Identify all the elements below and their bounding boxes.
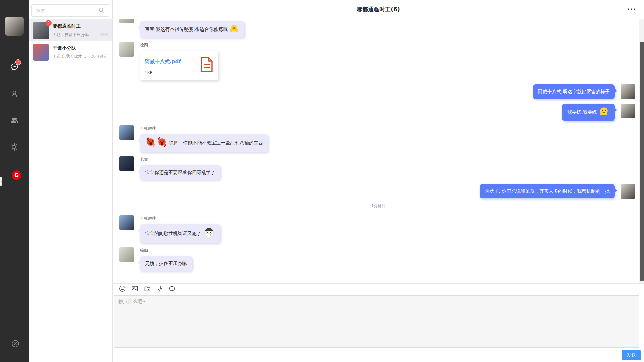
image-icon — [131, 285, 139, 294]
send-button[interactable]: 发送 — [622, 350, 641, 360]
chat-app-window: 2 G › 2 哪都通临时工 无妨，技多不压身嘛 刚刚 — [0, 0, 644, 362]
sidebar-item-contacts[interactable] — [0, 81, 29, 108]
message-row: 老孟宝宝你还是不要跟着你四哥乱学了 — [113, 156, 644, 180]
message-bubble[interactable]: 宝宝 我这有本祖传秘笈,很适合你修炼哦 — [140, 21, 244, 38]
settings-icon — [10, 143, 19, 153]
chat-main: 哪都通临时工(6) 宝宝 我这有本祖传秘笈,很适合你修炼哦 徐四 阿威十八式.p… — [113, 0, 644, 362]
sidebar-item-groups[interactable] — [0, 108, 29, 134]
message-input[interactable] — [114, 296, 639, 347]
message-list: 宝宝 我这有本祖传秘笈,很适合你修炼哦 徐四 阿威十八式.pdf 1KB 阿威十… — [113, 19, 644, 283]
conversation-list: 2 哪都通临时工 无妨，技多不压身嘛 刚刚 干饭小分队 王道长,我看你才… 26… — [29, 19, 112, 63]
message-text: 宝宝的间歇性机智证又犯了 — [145, 231, 203, 236]
message-bubble[interactable]: 为啥子..你们总说我呆瓜，其实大多的时候，我都机制的一批 — [480, 184, 615, 198]
chat-info: 哪都通临时工 无妨，技多不压身嘛 刚刚 — [53, 23, 108, 38]
message-avatar[interactable] — [621, 184, 635, 199]
folder-icon-button[interactable] — [143, 285, 152, 294]
emoji-enraged-face — [146, 137, 156, 149]
message-body: 宝宝 我这有本祖传秘笈,很适合你修炼哦 — [140, 21, 244, 38]
sidebar-item-settings[interactable] — [0, 134, 29, 161]
message-avatar[interactable] — [119, 215, 134, 230]
chat-history-icon-button[interactable] — [168, 285, 176, 294]
sender-name: 徐四 — [140, 42, 148, 48]
message-text: 宝宝 我这有本祖传秘笈,很适合你修炼哦 — [145, 26, 229, 32]
message-bubble[interactable]: 宝宝你还是不要跟着你四哥乱学了 — [140, 165, 220, 180]
ellipsis-icon — [634, 9, 635, 10]
chat-avatar — [33, 44, 49, 61]
last-message: 无妨，技多不压身嘛 — [53, 32, 98, 38]
message-body: 阿威十八式,听名字就好厉害的样子 — [533, 84, 615, 99]
user-avatar[interactable] — [5, 17, 24, 36]
emoji-icon — [119, 285, 126, 294]
message-input-box — [114, 295, 639, 348]
message-body: 不摇碧莲宝宝的间歇性机智证又犯了 — [140, 215, 220, 243]
chat-info: 干饭小分队 王道长,我看你才… 26分钟前 — [53, 45, 108, 59]
image-icon-button[interactable] — [130, 285, 139, 294]
file-name[interactable]: 阿威十八式.pdf — [145, 59, 197, 65]
folder-icon — [144, 285, 151, 294]
chat-list-item[interactable]: 干饭小分队 王道长,我看你才… 26分钟前 — [29, 41, 112, 63]
message-bubble[interactable]: 宝宝的间歇性机智证又犯了 — [140, 224, 220, 243]
emoji-melting-face — [599, 106, 609, 118]
scrollbar-thumb[interactable] — [640, 42, 644, 281]
circle-x-icon — [11, 343, 20, 349]
message-avatar[interactable] — [119, 156, 134, 171]
file-attachment-card[interactable]: 阿威十八式.pdf 1KB — [140, 51, 218, 80]
chat-list-item[interactable]: 2 哪都通临时工 无妨，技多不压身嘛 刚刚 — [29, 19, 112, 41]
sidebar-nav: 2 — [0, 54, 29, 161]
message-row: 阿威十八式,听名字就好厉害的样子 — [113, 84, 644, 99]
file-meta: 阿威十八式.pdf 1KB — [145, 57, 197, 75]
message-avatar[interactable] — [119, 125, 134, 140]
emoji-enraged-face — [157, 137, 167, 149]
voice-icon — [156, 285, 163, 294]
logout-button[interactable] — [11, 339, 20, 348]
search-input[interactable] — [32, 5, 93, 16]
chat-name: 干饭小分队 — [53, 45, 108, 51]
message-avatar[interactable] — [621, 84, 635, 99]
message-bubble[interactable]: 阿威十八式,听名字就好厉害的样子 — [533, 84, 615, 99]
conversation-list-panel: 2 哪都通临时工 无妨，技多不压身嘛 刚刚 干饭小分队 王道长,我看你才… 26… — [29, 0, 113, 362]
message-row: 不摇碧莲宝宝的间歇性机智证又犯了 — [113, 215, 644, 243]
more-menu-button[interactable] — [627, 7, 636, 12]
message-avatar[interactable] — [621, 104, 635, 118]
voice-icon-button[interactable] — [155, 285, 164, 294]
chat-name: 哪都通临时工 — [53, 23, 108, 29]
chat-history-icon — [168, 285, 176, 294]
sender-name: 不摇碧莲 — [140, 216, 156, 221]
emoji-penguin — [203, 227, 215, 240]
message-bubble[interactable]: 无妨，技多不压身嘛 — [140, 256, 192, 271]
message-text: 无妨，技多不压身嘛 — [145, 261, 187, 266]
time-divider: 1分钟前 — [113, 203, 644, 209]
message-row: 我要练,我要练 — [113, 104, 644, 121]
message-text: 我要练,我要练 — [567, 109, 598, 115]
message-body: 不摇碧莲 徐四...你能不能不教宝宝一些乱七八糟的东西 — [140, 125, 268, 152]
message-body: 为啥子..你们总说我呆瓜，其实大多的时候，我都机制的一批 — [480, 184, 615, 198]
message-text: 徐四...你能不能不教宝宝一些乱七八糟的东西 — [168, 140, 263, 145]
unread-badge: 2 — [15, 59, 21, 65]
message-text: 宝宝你还是不要跟着你四哥乱学了 — [145, 170, 215, 175]
message-row: 不摇碧莲 徐四...你能不能不教宝宝一些乱七八糟的东西 — [113, 125, 644, 152]
last-message-time: 刚刚 — [100, 32, 108, 38]
panel-expand-handle[interactable]: › — [0, 177, 2, 186]
message-avatar[interactable] — [119, 247, 134, 262]
app-logo[interactable]: G — [12, 170, 21, 180]
sender-name: 老孟 — [140, 157, 148, 162]
last-message-time: 26分钟前 — [91, 54, 108, 59]
message-bubble[interactable]: 徐四...你能不能不教宝宝一些乱七八糟的东西 — [140, 134, 268, 152]
composer: 发送 — [113, 283, 644, 362]
message-avatar[interactable] — [119, 42, 134, 57]
emoji-icon-button[interactable] — [118, 285, 127, 294]
send-row: 发送 — [113, 348, 644, 362]
emoji-hugging-face — [230, 24, 238, 35]
message-bubble[interactable]: 我要练,我要练 — [562, 104, 615, 121]
ellipsis-icon — [631, 9, 632, 10]
chat-header: 哪都通临时工(6) — [113, 0, 644, 19]
message-row: 徐四 阿威十八式.pdf 1KB — [113, 42, 644, 80]
file-size: 1KB — [145, 70, 197, 75]
search-button[interactable] — [93, 5, 109, 16]
message-body: 徐四 阿威十八式.pdf 1KB — [140, 42, 218, 80]
search-icon — [98, 7, 105, 15]
message-body: 老孟宝宝你还是不要跟着你四哥乱学了 — [140, 156, 220, 180]
message-text: 为啥子..你们总说我呆瓜，其实大多的时候，我都机制的一批 — [485, 188, 610, 194]
sidebar-item-chat[interactable]: 2 — [0, 54, 29, 81]
message-avatar[interactable] — [119, 19, 134, 23]
